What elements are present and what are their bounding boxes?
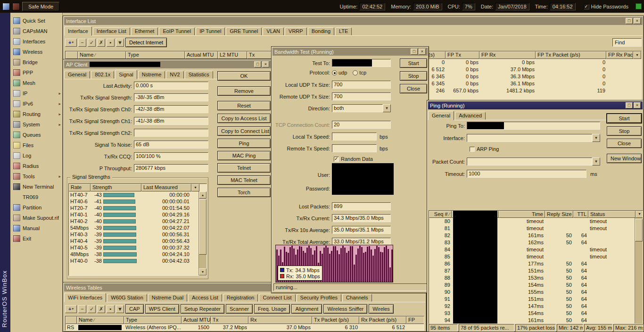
wireless-tab-access-list[interactable]: Access List (188, 294, 222, 302)
field-value[interactable]: -41/-38 dBm (134, 117, 208, 125)
filter-icon[interactable]: ▼ (116, 39, 124, 47)
scroll-thumb[interactable] (199, 199, 206, 255)
direction-select[interactable]: both (332, 104, 383, 112)
stop-button[interactable]: Stop (400, 71, 427, 81)
close-button[interactable]: × (634, 102, 641, 108)
interface-list-tab-vlan[interactable]: VLAN (263, 27, 284, 35)
ping-titlebar[interactable]: Ping (Running) □ × (428, 101, 643, 109)
sidebar-item-partition[interactable]: Partition (10, 202, 62, 213)
wireles-button[interactable]: Wireles (369, 304, 394, 314)
close-button[interactable]: × (634, 18, 641, 24)
sidebar-item-exit[interactable]: Exit (10, 233, 62, 244)
arp-ping-checkbox[interactable] (470, 147, 475, 152)
freq-usage-button[interactable]: Freq. Usage (254, 304, 290, 314)
add-icon[interactable]: +▾ (65, 305, 77, 313)
interface-select[interactable] (467, 134, 592, 142)
comment-icon[interactable]: ▪ (107, 39, 115, 47)
wireless-tab-wifi-interfaces[interactable]: WiFi Interfaces (64, 293, 106, 302)
dropdown-arrow-icon[interactable]: ▼ (592, 134, 600, 142)
signal-rate-row[interactable]: HT40-4-3900:00:56.43 (69, 238, 206, 244)
sidebar-item-routing[interactable]: Routing▸ (10, 109, 62, 119)
ap-client-tab-802-1x[interactable]: 802.1x (91, 71, 114, 79)
sidebar-item-files[interactable]: Files (10, 140, 62, 150)
sidebar-item-interfaces[interactable]: Interfaces (10, 36, 62, 47)
signal-rate-row[interactable]: 54Mbps-3900:04:22.07 (69, 224, 206, 231)
table-row[interactable]: RSWireless (Atheros IPQ...150037.2 Mbps3… (66, 324, 424, 331)
tcp-radio[interactable] (353, 70, 358, 75)
remote-udp-tx-size-input[interactable]: 700 (332, 92, 391, 100)
scroll-thumb[interactable] (635, 219, 643, 241)
interface-list-tab-vrrp[interactable]: VRRP (285, 27, 307, 35)
find-box[interactable]: Find (612, 38, 642, 47)
scroll-down-icon[interactable]: ▼ (199, 268, 206, 275)
test-to-input[interactable] (332, 59, 391, 67)
interface-list-tab-interface-list[interactable]: Interface List (93, 27, 130, 35)
sidebar-item-new-terminal[interactable]: New Terminal (10, 182, 62, 192)
column-select-button[interactable]: ▾ (633, 51, 641, 59)
detect-internet-button[interactable]: Detect Internet (125, 38, 167, 47)
start-button[interactable]: Start (400, 58, 427, 68)
column-select-button[interactable]: ▾ (191, 184, 199, 191)
torch-button[interactable]: Torch (217, 188, 271, 197)
sidebar-item-bridge[interactable]: Bridge (10, 57, 62, 67)
ok-button[interactable]: OK (217, 71, 271, 81)
reset-button[interactable]: Reset (217, 101, 271, 110)
ap-client-tab-nv2[interactable]: NV2 (166, 71, 183, 79)
signal-rate-row[interactable]: HT40-2-4000:04:27.21 (69, 218, 206, 224)
new-window-button[interactable]: New Window (607, 154, 642, 163)
remove-icon[interactable]: − (78, 39, 86, 47)
interface-list-tab-ip-tunnel[interactable]: IP Tunnel (196, 27, 225, 35)
remove-icon[interactable]: − (78, 305, 86, 313)
bandwidth-test-titlebar[interactable]: Bandwidth Test (Running) □ × (272, 48, 428, 56)
sidebar-item-mesh[interactable]: Mesh (10, 78, 62, 88)
packet-count-select[interactable] (467, 158, 592, 166)
wireless-tab-registration[interactable]: Registration (223, 294, 258, 302)
interface-list-tab-gre-tunnel[interactable]: GRE Tunnel (226, 27, 262, 35)
signal-rate-row[interactable]: HT40-0-3800:04:42.03 (69, 257, 206, 264)
signal-rate-row[interactable]: HT40-6-4100:00:00.01 (69, 198, 206, 205)
dropdown-arrow-icon[interactable]: ▼ (383, 104, 391, 112)
scrollbar[interactable]: ▲ ▼ (198, 191, 206, 275)
field-value[interactable] (134, 129, 208, 137)
cap-button[interactable]: CAP (125, 304, 144, 314)
scrollbar[interactable] (635, 218, 643, 324)
telnet-button[interactable]: Telnet (217, 163, 271, 173)
sidebar-item-manual[interactable]: Manual (10, 223, 62, 233)
winbox-app-icon[interactable] (2, 3, 10, 10)
filter-icon[interactable]: ▼ (116, 305, 124, 313)
ping-tab-advanced[interactable]: Advanced (455, 112, 486, 120)
interface-list-tab-bonding[interactable]: Bonding (308, 27, 334, 35)
remove-button[interactable]: Remove (217, 86, 271, 96)
maximize-button[interactable]: □ (626, 18, 633, 24)
interface-list-titlebar[interactable]: Interface List □ × (64, 17, 643, 25)
interface-list-tab-eoip-tunnel[interactable]: EoIP Tunnel (159, 27, 195, 35)
field-value[interactable]: 280677 kbps (134, 164, 208, 172)
session-icon[interactable] (12, 3, 20, 10)
safe-mode-button[interactable]: Safe Mode (22, 2, 59, 11)
local-tx-speed-input[interactable] (332, 133, 377, 141)
column-select-button[interactable]: ▾ (636, 211, 643, 218)
wireless-tab-w60g-station[interactable]: W60G Station (107, 294, 147, 302)
signal-rate-row[interactable]: HT20-7-4000:01:54.50 (69, 205, 206, 211)
disable-icon[interactable]: ✗ (97, 305, 105, 313)
interface-list-tab-interface[interactable]: Interface (64, 26, 92, 36)
field-value[interactable]: 0.000 s (134, 82, 208, 90)
sidebar-item-wireless[interactable]: Wireless (10, 47, 62, 57)
wireless-tab-security-profiles[interactable]: Security Profiles (297, 294, 341, 302)
signal-rate-row[interactable]: HT40-7-4300:00:00 (69, 191, 206, 198)
timeout-input[interactable]: 1000 (467, 170, 586, 178)
mac-telnet-button[interactable]: MAC Telnet (217, 175, 271, 185)
dropdown-arrow-icon[interactable]: ▼ (592, 158, 600, 166)
hide-passwords-checkbox[interactable]: ✓ Hide Passwords (584, 4, 628, 9)
sidebar-item-log[interactable]: Log (10, 150, 62, 161)
mac-ping-button[interactable]: MAC Ping (217, 151, 271, 160)
wireless-tab-connect-list[interactable]: Connect List (259, 294, 295, 302)
disable-icon[interactable]: ✗ (97, 39, 105, 47)
ap-client-tab-nstreme[interactable]: Nstreme (138, 71, 165, 79)
wireless-tab-channels[interactable]: Channels (342, 294, 372, 302)
scanner-button[interactable]: Scanner (226, 304, 253, 314)
sidebar-item-radius[interactable]: Radius (10, 161, 62, 171)
signal-rate-row[interactable]: HT40-3-3900:00:56.31 (69, 231, 206, 238)
maximize-button[interactable]: □ (411, 49, 418, 55)
field-value[interactable]: -42/-38 dBm (134, 105, 208, 113)
